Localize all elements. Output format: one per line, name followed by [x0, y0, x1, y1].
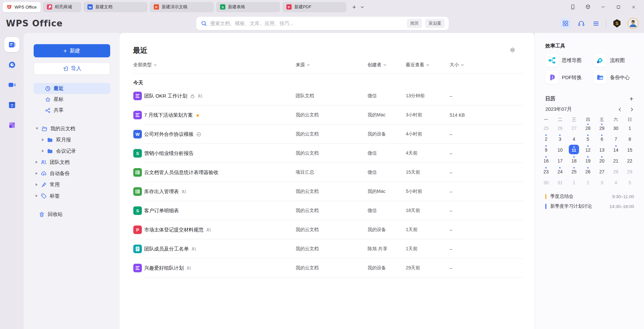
support-headset-icon[interactable] — [577, 19, 586, 28]
sidebar-item-trash[interactable]: 回收站 — [24, 209, 120, 220]
calendar-event[interactable]: 新季度学习计划讨论14:30–16:00 — [535, 201, 644, 211]
calendar-day[interactable]: 5 — [623, 177, 637, 188]
rail-item-documents[interactable] — [4, 37, 19, 52]
search-bar[interactable]: 搜索文档、模板、文库、应用、技巧... 简历 策划案 — [196, 17, 449, 30]
caret-right-icon[interactable] — [42, 150, 44, 152]
calendar-day[interactable]: 1 — [623, 123, 637, 134]
calendar-day[interactable]: 27 — [567, 123, 581, 134]
main-menu-icon[interactable] — [592, 19, 600, 28]
workspace-cube-icon[interactable] — [585, 4, 591, 10]
calendar-day[interactable]: 4 — [609, 177, 623, 188]
calendar-day[interactable]: 23 — [539, 166, 553, 177]
calendar-add-event-button[interactable]: + — [629, 95, 633, 102]
file-row[interactable]: 7 月线下活动策划方案★我的云文档我的Mac3小时前514 KB — [120, 105, 534, 125]
calendar-day[interactable]: 14 — [609, 145, 623, 156]
file-row[interactable]: S营销小组业绩分析报告我的云文档微信4天前– — [120, 144, 534, 163]
calendar-day[interactable]: 28 — [609, 166, 623, 177]
file-row[interactable]: P市场主体登记提交材料规范我的云文档我的设备1天前– — [120, 220, 534, 239]
calendar-day[interactable]: 30 — [609, 123, 623, 134]
caret-down-icon[interactable] — [36, 128, 38, 130]
calendar-day[interactable]: 30 — [539, 177, 553, 188]
tab-pdf[interactable]: P新建PDF — [282, 2, 346, 12]
close-button[interactable] — [630, 4, 637, 10]
file-row[interactable]: W公司对外合作协议模板我的云文档我的设备4小时前– — [120, 125, 534, 144]
tool-pdf-convert[interactable]: PDF转换 — [545, 71, 594, 84]
new-tab-button[interactable]: + — [351, 3, 357, 11]
maximize-button[interactable] — [615, 4, 622, 10]
calendar-day[interactable]: 1 — [567, 177, 581, 188]
calendar-day[interactable]: 3 — [595, 177, 609, 188]
calendar-day[interactable]: 20 — [595, 156, 609, 166]
calendar-day[interactable]: 29 — [595, 123, 609, 134]
user-avatar[interactable] — [628, 18, 639, 29]
calendar-day[interactable]: 22 — [623, 156, 637, 166]
calendar-day[interactable]: 25 — [567, 166, 581, 177]
file-row[interactable]: 库存出入管理表我的云文档我的Mac5小时前– — [120, 182, 534, 201]
calendar-day[interactable]: 6 — [595, 134, 609, 145]
sidebar-item-share[interactable]: 共享 — [34, 105, 110, 116]
calendar-day[interactable]: 15 — [623, 145, 637, 156]
file-row[interactable]: S客户订单明细表我的云文档微信18天前– — [120, 201, 534, 220]
new-document-button[interactable]: + 新建 — [34, 44, 110, 57]
list-settings-gear-icon[interactable] — [509, 46, 516, 53]
mobile-device-icon[interactable] — [569, 4, 576, 10]
search-tag-plan[interactable]: 策划案 — [425, 19, 445, 28]
import-button[interactable]: 导入 — [34, 62, 110, 75]
calendar-day[interactable]: 27 — [595, 166, 609, 177]
tree-item[interactable]: 标签 — [24, 190, 120, 201]
calendar-day[interactable]: 31 — [553, 177, 567, 188]
rail-item-meeting[interactable] — [4, 77, 19, 92]
tree-item[interactable]: 我的云文档 — [24, 123, 120, 134]
calendar-day[interactable]: 16 — [539, 156, 553, 166]
tree-item[interactable]: 团队文档 — [24, 157, 120, 168]
calendar-day[interactable]: 4 — [567, 134, 581, 145]
tab-presentation[interactable]: P新建演示文稿 — [150, 2, 214, 12]
tool-backup-center[interactable]: 备份中心 — [594, 71, 644, 84]
tab-docer[interactable]: 稻壳商城 — [43, 2, 81, 12]
calendar-day-selected[interactable]: 11 — [567, 145, 581, 156]
calendar-day[interactable]: 5 — [581, 134, 595, 145]
tab-writer[interactable]: W新建文档 — [83, 2, 147, 12]
file-row[interactable]: 兴趣爱好组队计划我的云文档我的设备29天前– — [120, 258, 534, 278]
search-tag-resume[interactable]: 简历 — [407, 19, 422, 28]
calendar-day[interactable]: 26 — [553, 123, 567, 134]
calendar-day[interactable]: 13 — [595, 145, 609, 156]
sidebar-item-star[interactable]: 星标 — [34, 94, 110, 105]
calendar-day[interactable]: 18 — [567, 156, 581, 166]
rail-item-messages[interactable] — [4, 57, 19, 72]
calendar-day[interactable]: 17 — [553, 156, 567, 166]
tree-item[interactable]: 会议记录 — [24, 145, 120, 157]
calendar-day[interactable]: 8 — [623, 134, 637, 145]
calendar-day[interactable]: 2 — [539, 134, 553, 145]
calendar-day[interactable]: 7 — [609, 134, 623, 145]
caret-right-icon[interactable] — [36, 161, 38, 164]
tree-item[interactable]: 常用 — [24, 179, 120, 190]
member-vip-badge-icon[interactable]: S — [612, 19, 622, 28]
sidebar-item-clock[interactable]: 最近 — [34, 83, 110, 94]
calendar-prev-icon[interactable] — [618, 107, 622, 112]
calendar-day[interactable]: 9 — [539, 145, 553, 156]
rail-item-apps-grid-purple[interactable] — [4, 117, 19, 133]
calendar-event[interactable]: 季度总结会9:30–11:00 — [535, 192, 644, 201]
tab-list-chevron-icon[interactable] — [361, 6, 364, 8]
caret-right-icon[interactable] — [36, 183, 38, 186]
filter-4[interactable]: 大小 — [450, 62, 464, 68]
caret-right-icon[interactable] — [36, 194, 38, 197]
filter-0[interactable]: 全部类型 — [133, 62, 157, 68]
calendar-day[interactable]: 10 — [553, 145, 567, 156]
filter-1[interactable]: 来源 — [296, 62, 310, 68]
tool-flowchart[interactable]: 流程图 — [594, 54, 644, 67]
apps-launcher-button[interactable] — [560, 18, 571, 29]
minimize-button[interactable] — [600, 4, 606, 10]
calendar-day[interactable]: 29 — [623, 166, 637, 177]
tab-wps-home[interactable]: WPS Office — [3, 2, 41, 12]
calendar-day[interactable]: 19 — [581, 156, 595, 166]
filter-2[interactable]: 创建者 — [368, 62, 386, 68]
filter-3[interactable]: 最近查看 — [406, 62, 429, 68]
rail-item-calendar-7[interactable]: 7 — [4, 97, 19, 112]
calendar-day[interactable]: 26 — [581, 166, 595, 177]
tab-spreadsheet[interactable]: S新建表格 — [216, 2, 280, 12]
caret-right-icon[interactable] — [36, 172, 38, 175]
tool-mindmap[interactable]: 思维导图 — [545, 54, 594, 67]
calendar-day[interactable]: 12 — [581, 145, 595, 156]
